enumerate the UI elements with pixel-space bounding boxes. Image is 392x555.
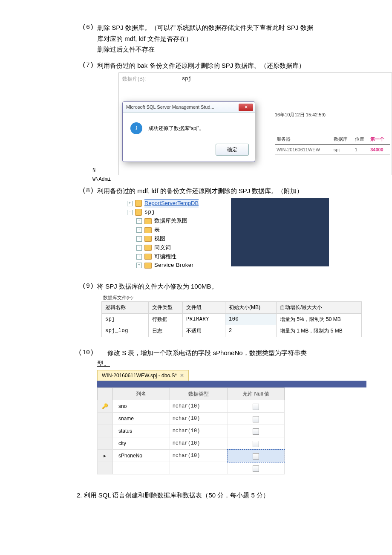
q10-line2: 型。 xyxy=(97,360,110,367)
allownull-checkbox[interactable] xyxy=(253,453,259,460)
pointer-icon: ▸ xyxy=(104,453,106,459)
q10-num: (10) xyxy=(77,347,97,358)
cell-type[interactable] xyxy=(170,462,228,474)
q7-text: 利用备份过的 bak 备份文件还原刚才删除的 SPJ 数据库。（还原数据库） xyxy=(97,60,392,71)
th-allownull: 允许 Null 值 xyxy=(228,388,284,400)
cell: spj_log xyxy=(102,325,149,337)
tree-item[interactable]: 可编程性 xyxy=(154,252,176,261)
expand-icon[interactable]: + xyxy=(136,263,142,268)
db-value[interactable]: spj xyxy=(182,75,191,83)
cell: 日志 xyxy=(149,325,183,337)
cell-name[interactable]: sPhoneNo xyxy=(112,450,170,462)
cell-type[interactable]: nchar(10) xyxy=(170,425,228,437)
expand-icon[interactable]: + xyxy=(136,245,142,251)
td-db: spj xyxy=(332,145,353,155)
dialog-title: Microsoft SQL Server Management Stud... xyxy=(126,103,214,111)
allownull-checkbox[interactable] xyxy=(253,465,259,472)
column-row[interactable] xyxy=(98,462,285,474)
screenshot-filesize: 数据库文件(F): 逻辑名称 文件类型 文件组 初始大小(MB) 自动增长/最大… xyxy=(101,294,366,337)
q10-line1: 修改 S 表，增加一个联系电话的字段 sPhoneNo，数据类型为字符串类 xyxy=(97,347,366,358)
db-icon xyxy=(135,200,142,207)
th-server: 服务器 xyxy=(275,134,332,145)
folder-icon xyxy=(144,245,152,251)
tab-strip xyxy=(97,381,366,387)
column-row[interactable]: 🔑 sno nchar(10) xyxy=(98,400,285,413)
dialog-message: 成功还原了数据库“spj”。 xyxy=(148,124,204,133)
tree-spj[interactable]: spj xyxy=(144,208,155,217)
th-initsize: 初始大小(MB) xyxy=(225,302,277,313)
q6-num: (6) xyxy=(77,22,97,55)
th-colname: 列名 xyxy=(112,388,170,400)
q6-line1: 删除 SPJ 数据库。（可以在系统默认的数据存储文件夹下查看此时 SPJ 数据 xyxy=(97,22,366,33)
th-db: 数据库 xyxy=(332,134,353,145)
expand-icon[interactable]: + xyxy=(136,227,142,233)
designer-tab[interactable]: WIN-20160611WEW.spj - dbo.S* ✕ xyxy=(97,370,189,381)
th-first: 第一个 xyxy=(369,134,390,145)
allownull-checkbox[interactable] xyxy=(253,404,259,410)
close-icon[interactable]: ✕ xyxy=(180,373,184,379)
tree-reportserver[interactable]: ReportServerTempDB xyxy=(144,199,199,208)
message-dialog: Microsoft SQL Server Management Stud... … xyxy=(122,101,255,162)
info-icon: i xyxy=(130,122,142,134)
q9-num: (9) xyxy=(77,281,97,342)
expand-icon[interactable]: + xyxy=(136,218,142,224)
q9-text: 将 SPJ 数据库的文件大小修改为 100MB。 xyxy=(97,281,366,292)
allownull-checkbox[interactable] xyxy=(253,428,259,435)
cell-name[interactable]: status xyxy=(112,425,170,437)
cell: spj xyxy=(102,313,149,325)
tree-item[interactable]: 同义词 xyxy=(154,243,171,252)
expand-icon[interactable]: + xyxy=(136,236,142,242)
tree-item[interactable]: 表 xyxy=(154,225,160,234)
tree-item[interactable]: 数据库关系图 xyxy=(154,217,187,225)
td-pos: 1 xyxy=(353,145,369,155)
dark-panel xyxy=(231,198,329,266)
allownull-checkbox[interactable] xyxy=(253,416,259,422)
tab-label: WIN-20160611WEW.spj - dbo.S* xyxy=(102,373,177,379)
td-server: WIN-20160611WEW xyxy=(275,145,332,155)
cell-type[interactable]: nchar(10) xyxy=(170,450,228,462)
screenshot-columns: WIN-20160611WEW.spj - dbo.S* ✕ 列名 数据类型 允… xyxy=(97,370,366,475)
ok-button[interactable]: 确定 xyxy=(216,144,249,156)
th-filegroup: 文件组 xyxy=(183,302,225,313)
expand-icon[interactable]: + xyxy=(136,254,142,260)
cell: PRIMARY xyxy=(183,313,225,325)
cell: 增量为 5%，限制为 50 MB xyxy=(277,313,362,325)
cell: 行数据 xyxy=(149,313,183,325)
cell-type[interactable]: nchar(10) xyxy=(170,413,228,425)
folder-icon xyxy=(144,254,152,260)
cell-name[interactable] xyxy=(112,462,170,474)
cell-name[interactable]: sno xyxy=(112,400,170,413)
expand-icon[interactable]: + xyxy=(127,201,133,206)
column-row[interactable]: status nchar(10) xyxy=(98,425,285,437)
close-icon[interactable]: ✕ xyxy=(239,104,253,111)
cell-type[interactable]: nchar(10) xyxy=(170,437,228,450)
files-caption: 数据库文件(F): xyxy=(101,294,366,302)
th-pos: 位置 xyxy=(353,134,369,145)
key-icon: 🔑 xyxy=(102,403,108,409)
allownull-checkbox[interactable] xyxy=(253,441,259,447)
q7-num: (7) xyxy=(77,60,97,181)
tree-item[interactable]: Service Broker xyxy=(154,261,193,270)
th-logicname: 逻辑名称 xyxy=(102,302,149,313)
db-icon xyxy=(135,209,142,216)
cell[interactable]: 2 xyxy=(225,325,277,337)
cell-name[interactable]: city xyxy=(112,437,170,450)
cell: 不适用 xyxy=(183,325,225,337)
cell-type[interactable]: nchar(10) xyxy=(170,400,228,413)
cell-initsize[interactable]: 100 xyxy=(225,313,277,325)
column-row[interactable]: sname nchar(10) xyxy=(98,413,285,425)
section-2-heading: 2. 利用 SQL 语言创建和删除数据库和数据表（50 分，每小题 5 分） xyxy=(77,490,366,501)
folder-icon xyxy=(144,218,152,224)
column-row[interactable]: ▸ sPhoneNo nchar(10) xyxy=(98,450,285,462)
collapse-icon[interactable]: − xyxy=(127,210,133,215)
column-row[interactable]: city nchar(10) xyxy=(98,437,285,450)
q8-num: (8) xyxy=(77,185,97,276)
folder-icon xyxy=(144,236,152,242)
screenshot-restore: 数据库(B): spj N W\Admi 16年10月12日 15:42:59) xyxy=(118,72,392,175)
q8-text: 利用备份过的 mdf, ldf 的备份文件还原刚才删除的 SPJ 数据库。（附加… xyxy=(97,185,366,197)
th-datatype: 数据类型 xyxy=(170,388,228,400)
tree-item[interactable]: 视图 xyxy=(154,234,165,243)
q6-line3: 删除过后文件不存在 xyxy=(97,44,366,55)
cell-name[interactable]: sname xyxy=(112,413,170,425)
db-label: 数据库(B): xyxy=(122,75,182,83)
